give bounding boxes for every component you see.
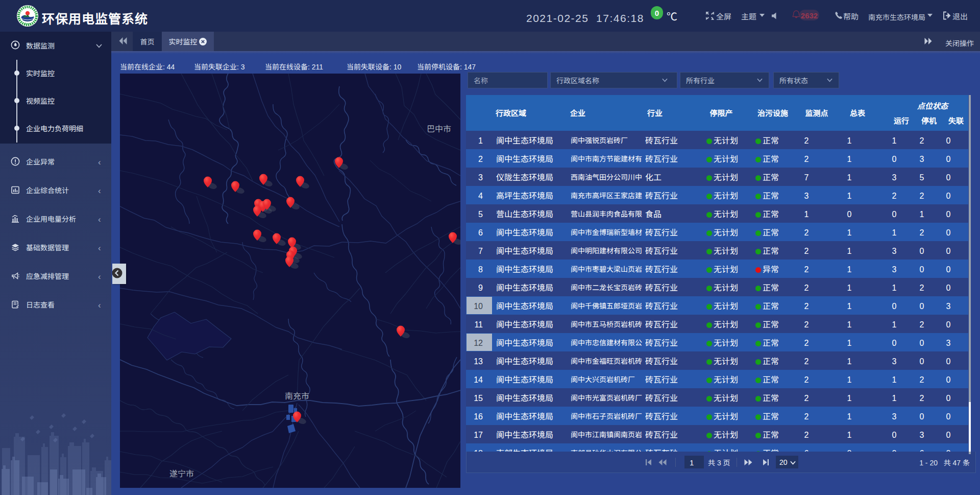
svg-text:遂宁市: 遂宁市	[169, 467, 194, 479]
svg-text:巴中市: 巴中市	[427, 122, 451, 134]
svg-text:南充市: 南充市	[24, 22, 31, 25]
svg-text:南充市: 南充市	[285, 389, 309, 402]
